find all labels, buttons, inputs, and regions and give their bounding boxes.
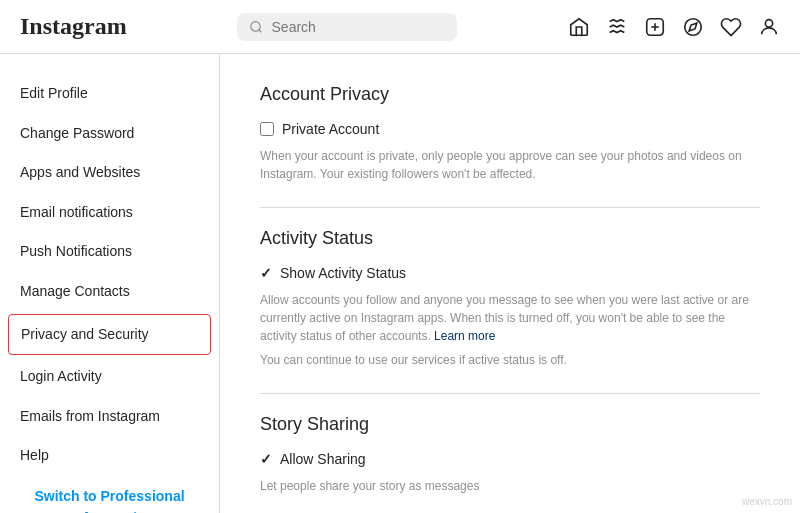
story-sharing-description: Let people share your story as messages bbox=[260, 477, 760, 495]
activity-checkmark: ✓ bbox=[260, 265, 272, 281]
sidebar-item-manage-contacts[interactable]: Manage Contacts bbox=[0, 272, 219, 312]
sidebar-item-email-notifications[interactable]: Email notifications bbox=[0, 193, 219, 233]
svg-point-0 bbox=[251, 21, 260, 30]
header-icons bbox=[568, 16, 780, 38]
private-account-label: Private Account bbox=[282, 121, 379, 137]
page-container: Edit Profile Change Password Apps and We… bbox=[0, 54, 800, 513]
switch-professional-button[interactable]: Switch to ProfessionalAccount bbox=[0, 476, 219, 513]
activity-status-description: Allow accounts you follow and anyone you… bbox=[260, 291, 760, 345]
heart-icon[interactable] bbox=[720, 16, 742, 38]
story-sharing-section: Story Sharing ✓ Allow Sharing Let people… bbox=[260, 414, 760, 495]
watermark: wexvn.com bbox=[742, 496, 792, 507]
sidebar-item-change-password[interactable]: Change Password bbox=[0, 114, 219, 154]
sidebar-item-privacy-security[interactable]: Privacy and Security bbox=[8, 314, 211, 356]
add-icon[interactable] bbox=[644, 16, 666, 38]
account-privacy-description: When your account is private, only peopl… bbox=[260, 147, 760, 183]
sidebar-item-apps-websites[interactable]: Apps and Websites bbox=[0, 153, 219, 193]
sidebar-item-push-notifications[interactable]: Push Notifications bbox=[0, 232, 219, 272]
activity-status-section: Activity Status ✓ Show Activity Status A… bbox=[260, 228, 760, 369]
search-icon bbox=[249, 19, 263, 35]
sidebar-item-edit-profile[interactable]: Edit Profile bbox=[0, 74, 219, 114]
activity-status-title: Activity Status bbox=[260, 228, 760, 249]
divider-1 bbox=[260, 207, 760, 208]
show-activity-row: ✓ Show Activity Status bbox=[260, 265, 760, 281]
search-bar[interactable] bbox=[237, 13, 457, 41]
search-input[interactable] bbox=[272, 19, 446, 35]
svg-line-1 bbox=[259, 29, 262, 32]
svg-point-5 bbox=[685, 18, 702, 35]
sidebar: Edit Profile Change Password Apps and We… bbox=[0, 54, 220, 513]
svg-point-7 bbox=[765, 19, 772, 26]
header: Instagram bbox=[0, 0, 800, 54]
main-content: Account Privacy Private Account When you… bbox=[220, 54, 800, 513]
threads-icon[interactable] bbox=[606, 16, 628, 38]
profile-icon[interactable] bbox=[758, 16, 780, 38]
svg-marker-6 bbox=[689, 23, 697, 31]
home-icon[interactable] bbox=[568, 16, 590, 38]
account-privacy-section: Account Privacy Private Account When you… bbox=[260, 84, 760, 183]
sidebar-item-help[interactable]: Help bbox=[0, 436, 219, 476]
sidebar-item-login-activity[interactable]: Login Activity bbox=[0, 357, 219, 397]
explore-icon[interactable] bbox=[682, 16, 704, 38]
allow-sharing-label: Allow Sharing bbox=[280, 451, 366, 467]
private-account-checkbox[interactable] bbox=[260, 122, 274, 136]
story-sharing-title: Story Sharing bbox=[260, 414, 760, 435]
sidebar-item-emails-instagram[interactable]: Emails from Instagram bbox=[0, 397, 219, 437]
sharing-checkmark: ✓ bbox=[260, 451, 272, 467]
logo: Instagram bbox=[20, 13, 127, 40]
allow-sharing-row: ✓ Allow Sharing bbox=[260, 451, 760, 467]
account-privacy-title: Account Privacy bbox=[260, 84, 760, 105]
show-activity-label: Show Activity Status bbox=[280, 265, 406, 281]
private-account-row: Private Account bbox=[260, 121, 760, 137]
activity-status-note: You can continue to use our services if … bbox=[260, 351, 760, 369]
divider-2 bbox=[260, 393, 760, 394]
learn-more-link[interactable]: Learn more bbox=[434, 329, 495, 343]
